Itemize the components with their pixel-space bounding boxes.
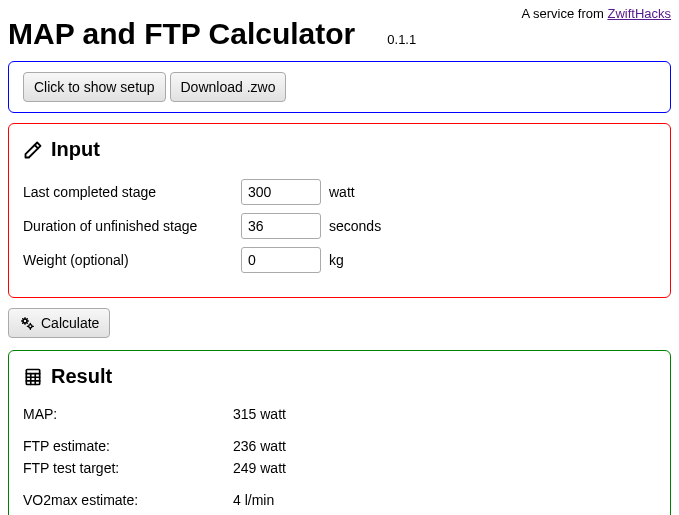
attribution-prefix: A service from [521,6,607,21]
stage-input[interactable] [241,179,321,205]
vo2max-value: 4 l/min [233,492,656,508]
download-zwo-label: Download .zwo [181,79,276,95]
svg-point-1 [29,325,32,328]
show-setup-label: Click to show setup [34,79,155,95]
weight-label: Weight (optional) [23,252,233,268]
ftp-target-label: FTP test target: [23,460,233,476]
setup-panel: Click to show setup Download .zwo [8,61,671,113]
result-panel: Result MAP: 315 watt FTP estimate: 236 w… [8,350,671,515]
ftp-estimate-value: 236 watt [233,438,656,454]
input-panel: Input Last completed stage watt Duration… [8,123,671,298]
input-heading: Input [51,138,100,161]
show-setup-button[interactable]: Click to show setup [23,72,166,102]
gears-icon [19,315,35,331]
vo2max-label: VO2max estimate: [23,492,233,508]
calculate-button[interactable]: Calculate [8,308,110,338]
pencil-icon [23,140,43,160]
ftp-target-value: 249 watt [233,460,656,476]
page-title: MAP and FTP Calculator [8,17,355,51]
zwifthacks-link[interactable]: ZwiftHacks [607,6,671,21]
stage-label: Last completed stage [23,184,233,200]
calculate-label: Calculate [41,315,99,331]
download-zwo-button[interactable]: Download .zwo [170,72,287,102]
calculator-icon [23,367,43,387]
stage-unit: watt [329,184,656,200]
duration-unit: seconds [329,218,656,234]
weight-input[interactable] [241,247,321,273]
duration-input[interactable] [241,213,321,239]
weight-unit: kg [329,252,656,268]
map-value: 315 watt [233,406,656,422]
version-label: 0.1.1 [387,32,416,47]
result-heading: Result [51,365,112,388]
map-label: MAP: [23,406,233,422]
duration-label: Duration of unfinished stage [23,218,233,234]
ftp-estimate-label: FTP estimate: [23,438,233,454]
